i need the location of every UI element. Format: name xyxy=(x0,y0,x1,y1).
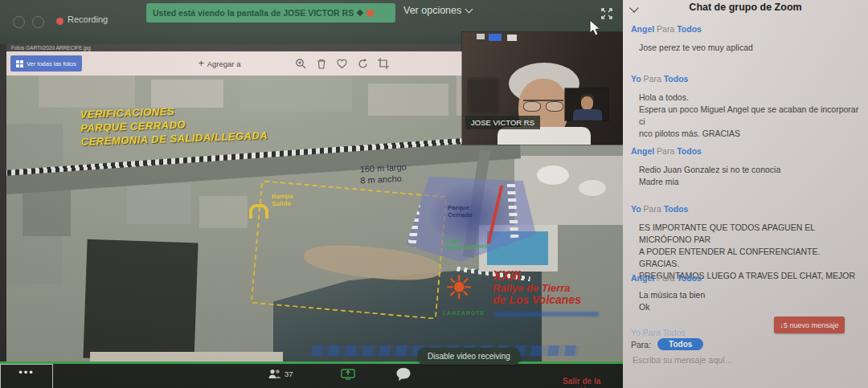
map-zona-verificaciones-label: Zona Verificaciones xyxy=(444,235,489,252)
more-dots-icon: ••• xyxy=(18,365,35,381)
disable-video-tooltip: Disable video receiving xyxy=(418,348,520,365)
para-label: Para xyxy=(644,74,661,84)
secondary-video-tile[interactable] xyxy=(565,88,608,120)
sender-name: Yo xyxy=(631,204,641,214)
meeting-toolbar: 37 ••• Salir de la reunión xyxy=(0,364,623,388)
share-screen-button[interactable] xyxy=(341,367,355,380)
info-icon[interactable] xyxy=(13,16,25,28)
chat-message: Redio Juan Gonzalez si no te conocia Mad… xyxy=(639,164,862,188)
sender-name: Angel xyxy=(631,273,654,283)
add-to-label: Agregar a xyxy=(207,59,241,68)
compose-recipient-row: Para: Todos xyxy=(631,338,703,350)
background-taskbar-chip xyxy=(477,34,485,39)
recipient-name: Todos xyxy=(677,24,702,34)
view-options-button[interactable]: Ver opciones xyxy=(403,5,472,16)
share-banner-text: Usted está viendo la pantalla de JOSE VI… xyxy=(153,8,354,18)
see-all-photos-label: Ver todas las fotos xyxy=(27,60,76,67)
add-to-button[interactable]: + Agregar a xyxy=(199,58,241,69)
map-parque-cerrado-label: Parque Cerrado xyxy=(448,204,473,219)
map-road-dimensions-note: 160 m largo 8 m ancho xyxy=(359,161,407,186)
sun-logo-icon: ☀ xyxy=(444,270,473,305)
para-label: Para xyxy=(657,24,674,34)
map-building-block xyxy=(39,76,135,108)
rally-logo-brand: LANZAROTE xyxy=(443,310,485,316)
share-screen-icon xyxy=(341,367,355,380)
secondary-participant-face xyxy=(581,96,593,110)
chat-message: Hola a todos. Espera un poco Miguel Ange… xyxy=(639,92,862,140)
chat-panel: Chat de grupo de Zoom Angel Para Todos J… xyxy=(623,0,868,388)
chat-sender-line: Yo Para Todos xyxy=(631,204,688,214)
recipient-selector[interactable]: Todos xyxy=(657,338,703,350)
encryption-icon[interactable] xyxy=(32,16,44,28)
chat-sender-line: Angel Para Todos xyxy=(631,146,702,156)
new-messages-button[interactable]: ↓5 nuevo mensaje xyxy=(774,317,845,333)
see-all-photos-button[interactable]: Ver todas las fotos xyxy=(10,55,82,71)
map-building-block xyxy=(368,84,448,116)
chat-sender-line: Yo Para Todos xyxy=(631,74,688,84)
recording-indicator-icon xyxy=(366,10,374,17)
map-start-arch-icon xyxy=(249,204,268,219)
rally-logo-subtitle-strip xyxy=(494,312,599,317)
more-options-button[interactable]: ••• xyxy=(0,364,53,388)
sender-name: Angel xyxy=(631,146,654,156)
crop-icon[interactable] xyxy=(378,58,389,69)
view-options-label: Ver opciones xyxy=(403,5,461,16)
map-building-block xyxy=(199,196,248,228)
chat-sender-line: Angel Para Todos xyxy=(631,24,702,34)
mouse-cursor-icon xyxy=(589,19,602,37)
participants-button[interactable]: 37 xyxy=(268,369,293,378)
leave-meeting-button[interactable]: Salir de la reunión xyxy=(563,377,623,388)
participant-shirt xyxy=(497,127,591,145)
chat-message: La música ta bien Ok xyxy=(639,289,862,313)
map-roof-detail xyxy=(579,180,606,196)
participants-count: 37 xyxy=(285,370,293,378)
sender-name: Angel xyxy=(631,24,654,34)
background-taskbar-chip xyxy=(507,35,517,41)
map-dark-lot xyxy=(83,239,198,361)
background-taskbar-chip xyxy=(489,34,502,41)
para-label: Para xyxy=(644,204,661,214)
chat-input[interactable] xyxy=(631,354,851,366)
para-label: Para xyxy=(657,273,674,283)
pin-icon xyxy=(357,10,363,16)
map-overlay-title: VERIFICACIONES PARQUE CERRADO CEREMONIA … xyxy=(80,101,268,149)
chat-sender-line: Angel Para Todos xyxy=(631,273,702,283)
monitor-bezel xyxy=(0,44,6,366)
recipient-name: Todos xyxy=(664,204,689,214)
recording-label: Recording xyxy=(68,14,108,24)
chat-button[interactable] xyxy=(395,367,411,382)
recipient-name: Todos xyxy=(677,146,702,156)
chevron-down-icon xyxy=(465,6,473,14)
screen-share-banner: Usted está viendo la pantalla de JOSE VI… xyxy=(146,3,395,22)
rally-logo-line1: Rallye de Tierra xyxy=(493,282,581,294)
photo-grid-icon xyxy=(16,60,23,67)
participants-icon xyxy=(268,369,281,378)
zoom-icon[interactable] xyxy=(295,58,307,70)
delete-icon[interactable] xyxy=(316,58,327,70)
recipient-name: Todos xyxy=(677,273,702,283)
para-label: Para xyxy=(657,146,674,156)
map-pavement xyxy=(90,352,283,361)
map-building-block xyxy=(127,184,191,224)
sender-name: Yo xyxy=(631,74,641,84)
participant-name-label: JOSE VICTOR RS xyxy=(465,116,540,129)
chat-bubble-icon xyxy=(395,367,411,382)
recipient-name: Todos xyxy=(664,74,689,84)
to-label: Para: xyxy=(631,340,651,349)
participant-video-tile[interactable]: JOSE VICTOR RS xyxy=(462,32,623,145)
map-ramp-label: Rampa Salida xyxy=(272,193,293,208)
favorite-icon[interactable] xyxy=(336,58,348,69)
rotate-icon[interactable] xyxy=(357,58,369,70)
plus-icon: + xyxy=(199,58,204,69)
chat-message: Jose perez te veo muy aplicad xyxy=(639,42,862,54)
map-parked-cars-row xyxy=(507,182,519,239)
secondary-participant-body xyxy=(573,109,602,120)
rally-logo: ☀ LANZAROTE XXIII Rallye de Tierra de Lo… xyxy=(438,270,619,336)
recording-dot-icon xyxy=(56,18,63,25)
participant-glasses xyxy=(523,100,563,111)
rally-logo-line2: de Los Volcanes xyxy=(493,294,581,306)
background-shelf xyxy=(467,77,501,116)
rally-logo-edition: XXIII xyxy=(493,270,581,282)
compose-sender-hint: Yo Para Todos xyxy=(631,328,686,337)
zoom-meeting-window: Recording Usted está viendo la pantalla … xyxy=(0,0,868,388)
